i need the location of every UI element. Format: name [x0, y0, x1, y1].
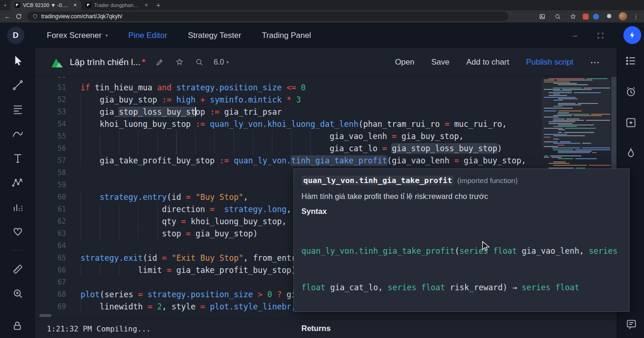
code-line[interactable]: 50: [35, 77, 617, 81]
line-number: 61: [35, 203, 66, 215]
lock-drawings-icon[interactable]: [11, 319, 24, 332]
mouse-cursor: [481, 241, 491, 252]
emoji-heart-tool-icon[interactable]: [11, 225, 24, 238]
toolbar-divider: [11, 250, 24, 250]
back-button[interactable]: ←: [2, 11, 13, 22]
tab-forex-screener[interactable]: Forex Screener ▾: [47, 31, 108, 40]
zoom-tool-icon[interactable]: [11, 287, 24, 300]
line-number: 53: [35, 106, 66, 118]
tab-list-chevron-icon[interactable]: ▾: [0, 0, 10, 10]
tooltip-description: Hàm tính giá take profit theo tỉ lệ risk…: [301, 192, 622, 201]
pattern-tool-icon[interactable]: [11, 176, 24, 189]
bookmark-star-icon[interactable]: [567, 11, 578, 22]
code-line[interactable]: 53gia_stop_loss_buy_stop := gia_tri_psar: [35, 106, 617, 118]
extensions-puzzle-icon[interactable]: [603, 11, 615, 22]
text-tool-icon[interactable]: [11, 152, 24, 165]
tab-close-icon[interactable]: ×: [73, 2, 77, 8]
line-number: 59: [35, 179, 66, 191]
new-tab-button[interactable]: +: [156, 0, 161, 10]
vertical-scrollbar[interactable]: [611, 77, 616, 169]
tab-pine-editor[interactable]: Pine Editor: [128, 31, 167, 40]
script-title[interactable]: Lập trình chiến l...: [70, 57, 140, 67]
profile-avatar[interactable]: [619, 12, 627, 21]
line-number: 54: [35, 118, 66, 130]
hover-tooltip: quan_ly_von.tinh_gia_take_profit (import…: [293, 169, 629, 312]
browser-actions: ⋮: [536, 11, 644, 22]
line-number: 64: [35, 240, 66, 252]
tab-title: Trader dungphan0038 — Trading...: [94, 2, 141, 8]
chat-icon[interactable]: [625, 318, 637, 331]
tab-title: VCB 92100 ▼ -0.97% MinhDung: [23, 2, 70, 8]
site-info-icon[interactable]: [32, 14, 38, 19]
lightning-icon: [628, 31, 637, 39]
browser-tab-2[interactable]: Trader dungphan0038 — Trading... ×: [81, 0, 153, 10]
line-number: 66: [35, 264, 66, 276]
save-button[interactable]: Save: [431, 58, 449, 67]
reload-button[interactable]: [13, 11, 24, 22]
code-line[interactable]: 54khoi_luong_buy_stop := quan_ly_von.kho…: [35, 118, 617, 130]
screener-add-icon[interactable]: [625, 117, 637, 129]
zoom-icon[interactable]: [552, 11, 563, 22]
tab-favicon: [15, 2, 20, 8]
hotlist-flame-icon[interactable]: [625, 147, 637, 160]
media-icon[interactable]: [536, 11, 548, 22]
extension-icon[interactable]: [583, 14, 589, 20]
open-button[interactable]: Open: [395, 58, 415, 67]
search-icon[interactable]: [195, 58, 204, 67]
line-number: 65: [35, 252, 66, 264]
rename-pencil-icon[interactable]: [155, 58, 165, 67]
tooltip-returns-label: Returns: [301, 324, 622, 333]
tooltip-syntax-code: quan_ly_von.tinh_gia_take_profit(series …: [301, 220, 622, 318]
fib-retracement-tool-icon[interactable]: [11, 103, 24, 116]
address-bar[interactable]: tradingview.com/chart/Jqk7qkyh/: [27, 12, 508, 21]
url-text: tradingview.com/chart/Jqk7qkyh/: [41, 13, 122, 20]
browser-menu-icon[interactable]: ⋮: [631, 13, 640, 20]
line-number: 69: [35, 301, 66, 313]
drawing-toolbar: [0, 48, 35, 338]
tab-close-icon[interactable]: ×: [144, 2, 148, 8]
unsaved-marker: *: [142, 57, 145, 67]
line-number: 58: [35, 167, 66, 179]
browser-tab-strip: ▾ VCB 92100 ▼ -0.97% MinhDung × Trader d…: [0, 0, 644, 10]
add-to-chart-button[interactable]: Add to chart: [466, 58, 509, 67]
code-line[interactable]: 52gia_buy_stop := high + syminfo.mintick…: [35, 94, 617, 106]
line-number: 52: [35, 94, 66, 106]
favorite-star-icon[interactable]: [175, 58, 184, 67]
tooltip-syntax-label: Syntax: [301, 207, 622, 216]
browser-tab-1[interactable]: VCB 92100 ▼ -0.97% MinhDung ×: [10, 0, 81, 10]
forecast-tool-icon[interactable]: [11, 200, 24, 213]
quick-action-button[interactable]: [623, 26, 641, 44]
code-line[interactable]: 55gia_vao_lenh = gia_buy_stop,: [35, 130, 617, 142]
tab-favicon: [86, 2, 91, 8]
line-number: 51: [35, 81, 66, 94]
tab-trading-panel[interactable]: Trading Panel: [262, 31, 311, 40]
publish-script-button[interactable]: Publish script: [526, 58, 573, 67]
extension-icon[interactable]: [593, 14, 599, 20]
chevron-down-icon: ▾: [105, 33, 108, 38]
measure-tool-icon[interactable]: [11, 263, 24, 276]
tab-strategy-tester[interactable]: Strategy Tester: [188, 31, 241, 40]
brush-tool-icon[interactable]: [11, 127, 24, 140]
code-line[interactable]: 57gia_take_profit_buy_stop := quan_ly_vo…: [35, 154, 617, 167]
more-menu-icon[interactable]: ⋯: [590, 57, 600, 68]
line-number: 50: [35, 77, 66, 81]
maximize-panel-icon[interactable]: [595, 30, 606, 41]
tradingview-header: D Forex Screener ▾ Pine Editor Strategy …: [0, 22, 644, 48]
version-selector[interactable]: 6.0 ▾: [213, 58, 228, 66]
code-line[interactable]: 56gia_cat_lo = gia_stop_loss_buy_stop): [35, 142, 617, 154]
trend-line-tool-icon[interactable]: [11, 79, 24, 92]
line-number: 63: [35, 228, 66, 240]
code-line[interactable]: 51if tin_hieu_mua and strategy.position_…: [35, 81, 617, 94]
line-number: 55: [35, 130, 66, 142]
minimize-panel-icon[interactable]: [570, 30, 580, 41]
horizontal-scrollbar[interactable]: [39, 314, 51, 317]
alerts-clock-icon[interactable]: [625, 86, 637, 98]
user-avatar[interactable]: D: [7, 27, 24, 44]
pine-script-logo: [50, 56, 63, 69]
tooltip-function-kind: (imported function): [457, 176, 518, 185]
cursor-tool-icon[interactable]: [11, 54, 24, 67]
watchlist-icon[interactable]: [625, 55, 637, 67]
line-number: 57: [35, 154, 66, 167]
line-number: 56: [35, 142, 66, 154]
line-number: 62: [35, 215, 66, 228]
